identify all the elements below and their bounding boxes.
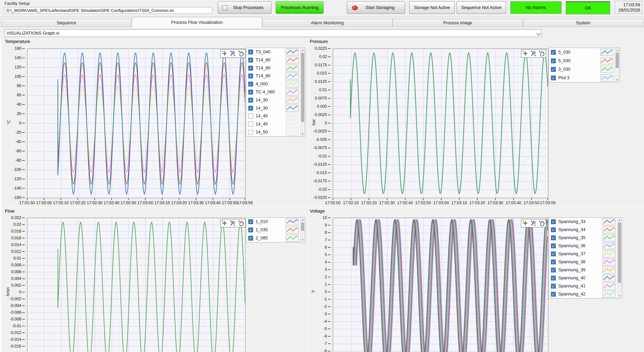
temperature-legend-line-sample[interactable] <box>286 80 299 88</box>
pressure-legend-scrollbar[interactable]: ▲▼ <box>615 48 620 82</box>
voltage-legend-checkbox[interactable]: ✓ <box>551 284 556 288</box>
pressure-legend-checkbox[interactable]: ✓ <box>551 50 556 55</box>
voltage-legend-checkbox[interactable]: ✓ <box>551 268 556 272</box>
voltage-legend-line-sample[interactable] <box>602 274 616 282</box>
temperature-plot-canvas[interactable] <box>27 48 246 198</box>
temperature-legend-line-sample[interactable] <box>286 96 299 104</box>
temperature-legend-row[interactable]: ✓14_30 <box>246 104 305 112</box>
temperature-legend-checkbox[interactable]: ✓ <box>248 58 253 62</box>
temperature-legend-row[interactable]: ✓TC.4_060 <box>246 88 305 96</box>
pressure-legend-line-sample[interactable] <box>600 74 614 82</box>
voltage-legend-checkbox[interactable]: ✓ <box>551 276 556 280</box>
temperature-legend-line-sample[interactable] <box>286 56 299 64</box>
flow-zoom-icon[interactable] <box>229 220 236 226</box>
pressure-crosshair-icon[interactable] <box>522 50 529 57</box>
temperature-legend-line-sample[interactable] <box>286 64 299 72</box>
voltage-legend-line-sample[interactable] <box>602 226 616 233</box>
voltage-legend-checkbox[interactable]: ✓ <box>551 227 556 232</box>
flow-legend-checkbox[interactable]: ✓ <box>248 219 253 224</box>
temperature-legend-checkbox[interactable]: ✓ <box>248 50 253 54</box>
voltage-legend-row[interactable]: ✓Spannung_37 <box>549 250 622 258</box>
pressure-legend-row[interactable]: ✓3_030 <box>549 65 620 74</box>
temperature-legend-checkbox[interactable]: ✓ <box>248 82 253 86</box>
pressure-scroll-down-icon[interactable]: ▼ <box>615 78 620 82</box>
voltage-pan-icon[interactable] <box>538 220 545 226</box>
pressure-legend-checkbox[interactable]: ✓ <box>551 76 556 80</box>
flow-legend-row[interactable]: ✓1_010 <box>246 218 305 226</box>
flow-legend-line-sample[interactable] <box>286 226 299 234</box>
pressure-legend-row[interactable]: ✓Plot 3 <box>549 74 620 82</box>
temperature-legend-line-sample[interactable] <box>286 48 299 56</box>
temperature-zoom-icon[interactable] <box>229 50 236 57</box>
voltage-legend-row[interactable]: ✓Spannung_36 <box>549 242 622 250</box>
voltage-legend-row[interactable]: ✓Spannung_35 <box>549 234 622 242</box>
voltage-scroll-down-icon[interactable]: ▼ <box>617 294 622 298</box>
voltage-legend-checkbox[interactable]: ✓ <box>551 252 556 256</box>
voltage-legend-line-sample[interactable] <box>602 242 616 250</box>
voltage-legend-checkbox[interactable]: ✓ <box>551 244 556 248</box>
temperature-legend-row[interactable]: 14_40 <box>246 120 305 128</box>
temperature-legend-row[interactable]: ✓4_000 <box>246 80 305 88</box>
flow-legend-row[interactable]: ✓2_085 <box>246 234 305 242</box>
voltage-legend-checkbox[interactable]: ✓ <box>551 219 556 224</box>
voltage-legend-row[interactable]: ✓Spannung_34 <box>549 226 622 234</box>
voltage-legend-row[interactable]: ✓Spannung_42 <box>549 290 622 298</box>
pressure-plot-canvas[interactable] <box>333 48 548 198</box>
voltage-legend-line-sample[interactable] <box>602 234 616 242</box>
pressure-scrollbar-thumb[interactable] <box>616 53 619 68</box>
tab-process-flow-visualization[interactable]: Process Flow Visualization <box>132 17 262 27</box>
temperature-legend-checkbox[interactable] <box>248 114 253 118</box>
temperature-legend-row[interactable]: ✓T14_80 <box>246 56 305 64</box>
voltage-legend-scrollbar[interactable]: ▲▼ <box>617 218 622 298</box>
voltage-crosshair-icon[interactable] <box>522 220 529 226</box>
pressure-legend-row[interactable]: ✓5_030 <box>549 56 620 65</box>
temperature-legend-checkbox[interactable]: ✓ <box>248 98 253 102</box>
voltage-legend-line-sample[interactable] <box>602 282 616 290</box>
temperature-legend-row[interactable]: ✓T14_80 <box>246 64 305 72</box>
temperature-crosshair-icon[interactable] <box>221 50 228 57</box>
voltage-plot-canvas[interactable] <box>333 218 548 352</box>
voltage-scrollbar-thumb[interactable] <box>618 222 621 283</box>
voltage-legend-line-sample[interactable] <box>602 250 616 258</box>
voltage-legend-row[interactable]: ✓Spannung_38 <box>549 258 622 266</box>
temperature-legend-row[interactable]: ✓14_30 <box>246 96 305 104</box>
pressure-legend-line-sample[interactable] <box>600 49 614 56</box>
flow-legend-line-sample[interactable] <box>286 234 299 242</box>
voltage-scroll-up-icon[interactable]: ▲ <box>617 218 622 222</box>
temperature-legend-line-sample[interactable] <box>286 112 299 120</box>
temperature-legend-line-sample[interactable] <box>286 105 299 112</box>
pressure-legend-checkbox[interactable]: ✓ <box>551 67 556 72</box>
pressure-zoom-icon[interactable] <box>530 50 537 57</box>
voltage-legend-line-sample[interactable] <box>602 258 616 266</box>
temperature-legend-row[interactable]: 14_50 <box>246 128 305 136</box>
temperature-pan-icon[interactable] <box>238 50 244 57</box>
temperature-legend-checkbox[interactable]: ✓ <box>248 66 253 70</box>
flow-legend-row[interactable]: ✓1_035 <box>246 226 305 234</box>
temperature-legend-checkbox[interactable]: ✓ <box>248 106 253 110</box>
voltage-legend-checkbox[interactable]: ✓ <box>551 236 556 240</box>
temperature-legend-row[interactable]: 14_40 <box>246 112 305 120</box>
flow-pan-icon[interactable] <box>238 220 244 226</box>
temperature-legend-line-sample[interactable] <box>286 129 299 136</box>
temperature-legend-line-sample[interactable] <box>286 72 299 80</box>
pressure-legend-line-sample[interactable] <box>600 66 614 73</box>
pressure-scroll-up-icon[interactable]: ▲ <box>615 48 620 52</box>
voltage-legend-line-sample[interactable] <box>602 218 616 225</box>
flow-legend-checkbox[interactable]: ✓ <box>248 228 253 232</box>
pressure-legend-checkbox[interactable]: ✓ <box>551 58 556 63</box>
voltage-legend-checkbox[interactable]: ✓ <box>551 260 556 264</box>
voltage-legend-row[interactable]: ✓Spannung_40 <box>549 274 622 282</box>
temperature-legend-checkbox[interactable] <box>248 122 253 126</box>
pressure-legend-row[interactable]: ✓5_030 <box>549 48 620 56</box>
voltage-legend-line-sample[interactable] <box>602 266 616 274</box>
voltage-legend-row[interactable]: ✓Spannung_39 <box>549 266 622 274</box>
flow-plot-canvas[interactable] <box>27 218 246 352</box>
temperature-legend-checkbox[interactable]: ✓ <box>248 74 253 78</box>
temperature-legend-line-sample[interactable] <box>286 120 299 128</box>
temperature-legend-checkbox[interactable] <box>248 130 253 134</box>
pressure-pan-icon[interactable] <box>538 50 545 57</box>
voltage-legend-line-sample[interactable] <box>602 291 616 298</box>
temperature-legend-line-sample[interactable] <box>286 88 299 96</box>
temperature-legend-checkbox[interactable]: ✓ <box>248 90 253 94</box>
temperature-legend-row[interactable]: ✓T14_80 <box>246 72 305 80</box>
